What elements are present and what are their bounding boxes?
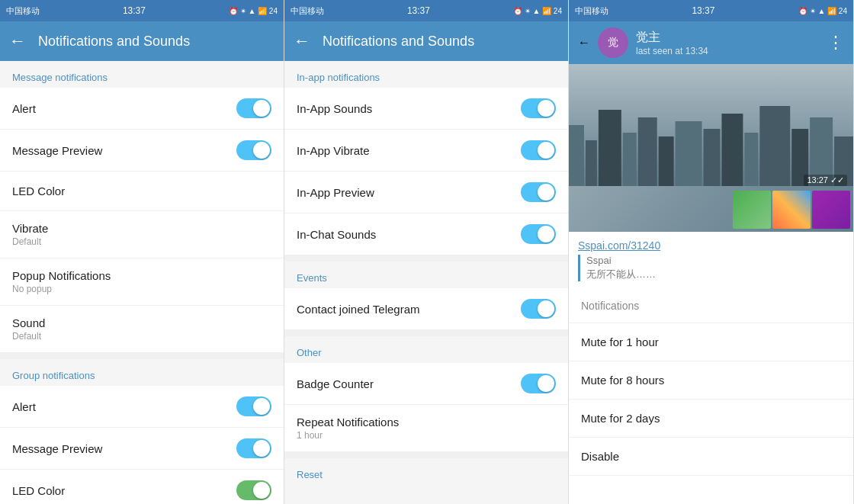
toggle-contact-joined[interactable] xyxy=(521,299,556,319)
message-brand: Sspai xyxy=(586,255,844,266)
setting-popup-sublabel: No popup xyxy=(12,284,111,294)
status-icons-1: ⏰ ✴ ▲ 📶 24 xyxy=(229,7,278,15)
divider-2 xyxy=(284,255,568,262)
svg-rect-9 xyxy=(744,133,758,186)
toggle-badge-counter[interactable] xyxy=(521,374,556,393)
svg-rect-6 xyxy=(676,121,702,186)
avatar: 觉 xyxy=(598,27,628,58)
message-link[interactable]: Sspai.com/31240 xyxy=(578,239,844,252)
dropdown-disable[interactable]: Disable xyxy=(569,438,853,476)
section-reset[interactable]: Reset xyxy=(284,458,568,485)
setting-contact-joined: Contact joined Telegram xyxy=(284,288,568,330)
buildings-svg xyxy=(569,95,853,186)
setting-repeat-notifications[interactable]: Repeat Notifications 1 hour xyxy=(284,405,568,452)
message-preview-text: 无所不能从…… xyxy=(586,268,844,281)
setting-vibrate-label: Vibrate xyxy=(12,222,48,235)
carrier-1: 中国移动 xyxy=(6,5,40,17)
setting-group-message-preview-label: Message Preview xyxy=(12,442,102,455)
chat-name: 觉主 xyxy=(636,30,820,46)
badge-counter-label: Badge Counter xyxy=(297,377,374,390)
setting-popup-notifications[interactable]: Popup Notifications No popup xyxy=(0,258,284,306)
back-button-3[interactable]: ← xyxy=(578,36,590,50)
time-2: 13:37 xyxy=(407,5,430,16)
section-events: Events xyxy=(284,262,568,288)
setting-vibrate-sublabel: Default xyxy=(12,236,48,247)
chat-info: 觉主 last seen at 13:34 xyxy=(636,30,820,56)
thumbnail-strip xyxy=(730,188,853,232)
setting-group-alert-label: Alert xyxy=(12,400,36,413)
status-bar-3: 中国移动 13:37 ⏰ ✴ ▲ 📶 24 xyxy=(569,0,853,21)
svg-rect-8 xyxy=(721,114,743,186)
toggle-alert[interactable] xyxy=(236,98,271,118)
section-message-notifications: Message notifications xyxy=(0,61,284,88)
setting-popup-label: Popup Notifications xyxy=(12,269,111,282)
toggle-inapp-sounds[interactable] xyxy=(521,98,556,118)
divider-3 xyxy=(284,330,568,336)
panel-3: 中国移动 13:37 ⏰ ✴ ▲ 📶 24 ← 觉 觉主 last seen a… xyxy=(569,0,854,504)
svg-rect-5 xyxy=(659,136,674,186)
setting-group-message-preview: Message Preview xyxy=(0,428,284,470)
thumb-3 xyxy=(812,191,850,229)
time-3: 13:37 xyxy=(692,5,714,16)
back-button-2[interactable]: ← xyxy=(294,31,310,51)
setting-sound[interactable]: Sound Default xyxy=(0,306,284,353)
svg-rect-7 xyxy=(704,129,721,186)
chat-app-bar: ← 觉 觉主 last seen at 13:34 ⋮ xyxy=(569,21,853,64)
panel1-content: Message notifications Alert Message Prev… xyxy=(0,61,284,504)
setting-alert-label: Alert xyxy=(12,102,36,115)
section-inapp: In-app notifications xyxy=(284,61,568,88)
inapp-sounds-label: In-App Sounds xyxy=(297,102,372,115)
contact-joined-label: Contact joined Telegram xyxy=(297,303,419,316)
thumb-1 xyxy=(733,191,771,229)
setting-sound-sublabel: Default xyxy=(12,331,45,342)
svg-rect-3 xyxy=(623,133,637,186)
setting-group-led-color: LED Color xyxy=(0,470,284,504)
setting-led-color[interactable]: LED Color xyxy=(0,172,284,211)
app-bar-1: ← Notifications and Sounds xyxy=(0,21,284,61)
repeat-notifications-label: Repeat Notifications xyxy=(297,416,399,429)
app-title-1: Notifications and Sounds xyxy=(38,34,274,50)
divider-1 xyxy=(0,353,284,359)
dropdown-header: Notifications xyxy=(569,289,853,323)
toggle-group-alert[interactable] xyxy=(236,396,271,416)
toggle-group-message-preview[interactable] xyxy=(236,438,271,458)
setting-message-preview: Message Preview xyxy=(0,130,284,172)
inapp-vibrate-label: In-App Vibrate xyxy=(297,144,370,157)
more-icon[interactable]: ⋮ xyxy=(827,33,844,53)
svg-rect-4 xyxy=(638,117,657,186)
svg-rect-2 xyxy=(599,110,621,186)
chat-status: last seen at 13:34 xyxy=(636,46,820,56)
status-bar-2: 中国移动 13:37 ⏰ ✴ ▲ 📶 24 xyxy=(284,0,568,21)
toggle-inapp-vibrate[interactable] xyxy=(521,140,556,160)
divider-4 xyxy=(284,452,568,458)
section-other: Other xyxy=(284,336,568,363)
setting-vibrate[interactable]: Vibrate Default xyxy=(0,211,284,258)
svg-rect-10 xyxy=(759,106,790,186)
toggle-inapp-preview[interactable] xyxy=(521,182,556,202)
section-group-notifications: Group notifications xyxy=(0,359,284,386)
svg-rect-1 xyxy=(586,140,597,186)
inchat-sounds-label: In-Chat Sounds xyxy=(297,228,376,241)
setting-led-color-label: LED Color xyxy=(12,185,65,197)
back-button-1[interactable]: ← xyxy=(9,31,26,51)
chat-message: Sspai.com/31240 Sspai 无所不能从…… xyxy=(569,232,853,289)
inapp-preview-label: In-App Preview xyxy=(297,186,374,199)
dropdown-mute-8hours[interactable]: Mute for 8 hours xyxy=(569,361,853,400)
repeat-notifications-sublabel: 1 hour xyxy=(297,430,399,441)
carrier-2: 中国移动 xyxy=(291,5,324,17)
toggle-message-preview[interactable] xyxy=(236,140,271,160)
panel-1: 中国移动 13:37 ⏰ ✴ ▲ 📶 24 ← Notifications an… xyxy=(0,0,284,504)
setting-sound-label: Sound xyxy=(12,316,45,329)
status-icons-2: ⏰ ✴ ▲ 📶 24 xyxy=(513,7,562,15)
dropdown-mute-2days[interactable]: Mute for 2 days xyxy=(569,400,853,438)
toggle-inchat-sounds[interactable] xyxy=(521,224,556,244)
setting-message-preview-label: Message Preview xyxy=(12,144,102,157)
chat-image: 13:27 ✓✓ xyxy=(569,64,853,232)
setting-group-led-label: LED Color xyxy=(12,484,65,497)
panel-2: 中国移动 13:37 ⏰ ✴ ▲ 📶 24 ← Notifications an… xyxy=(284,0,569,504)
app-bar-2: ← Notifications and Sounds xyxy=(284,21,568,61)
setting-inapp-sounds: In-App Sounds xyxy=(284,88,568,130)
toggle-group-led[interactable] xyxy=(236,480,271,500)
message-preview-border: Sspai 无所不能从…… xyxy=(578,255,844,281)
dropdown-mute-1hour[interactable]: Mute for 1 hour xyxy=(569,323,853,361)
